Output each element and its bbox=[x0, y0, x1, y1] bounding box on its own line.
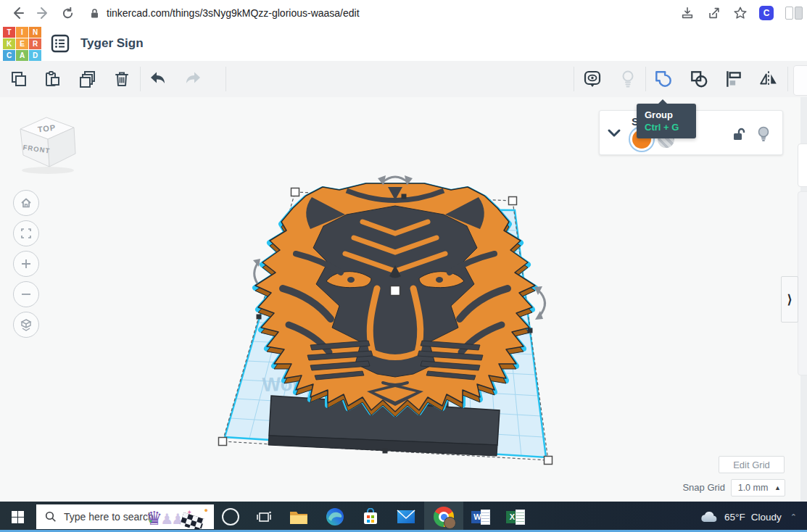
visibility-bulb-button[interactable] bbox=[615, 70, 641, 88]
zoom-in-button[interactable] bbox=[13, 251, 39, 277]
browser-toolbar: tinkercad.com/things/3sNyg9kMQzz-gloriou… bbox=[0, 0, 807, 27]
start-button[interactable] bbox=[0, 502, 35, 532]
app-header: T I N K E R C A D Tyger Sign bbox=[0, 26, 807, 62]
collapsed-panel-card bbox=[798, 191, 807, 375]
task-view-button[interactable] bbox=[247, 502, 281, 532]
logo-tile: N bbox=[29, 27, 41, 38]
toolbar-divider bbox=[645, 67, 646, 91]
toolbar-divider bbox=[140, 67, 141, 91]
home-view-button[interactable] bbox=[13, 190, 39, 216]
copy-button[interactable] bbox=[6, 70, 32, 88]
ungroup-button[interactable] bbox=[686, 70, 712, 88]
windows-taskbar: ● ♛♟♟ ✦● W X 65°F Cl bbox=[0, 502, 807, 532]
tiger-model[interactable] bbox=[255, 183, 535, 417]
hidden-icons-chevron[interactable]: ⌃ bbox=[790, 512, 797, 522]
edge-button[interactable] bbox=[317, 502, 353, 532]
back-icon[interactable] bbox=[6, 2, 30, 24]
delete-button[interactable] bbox=[109, 70, 135, 88]
cortana-button[interactable] bbox=[214, 502, 247, 532]
weather-condition: Cloudy bbox=[751, 512, 782, 523]
logo-tile: K bbox=[3, 38, 15, 49]
scene[interactable]: Workplane bbox=[0, 97, 807, 502]
chrome-button[interactable] bbox=[424, 502, 463, 532]
expand-panel-button[interactable]: ⟩ bbox=[781, 276, 798, 323]
scale-handle-top-right[interactable] bbox=[509, 197, 517, 205]
logo-tile: I bbox=[16, 27, 28, 38]
word-button[interactable]: W bbox=[463, 502, 498, 532]
url-text: tinkercad.com/things/3sNyg9kMQzz-gloriou… bbox=[107, 7, 360, 19]
3d-viewport[interactable]: Workplane bbox=[0, 97, 807, 502]
excel-button[interactable]: X bbox=[498, 502, 533, 532]
snap-grid-value: 1.0 mm bbox=[732, 483, 774, 493]
tooltip-shortcut: Ctrl + G bbox=[645, 121, 696, 133]
perspective-toggle-button[interactable] bbox=[13, 312, 39, 338]
dropdown-arrow-icon: ▲ bbox=[774, 484, 781, 491]
search-daily-graphic: ● ♛♟♟ ✦● bbox=[146, 504, 212, 529]
scale-handle-top-left[interactable] bbox=[291, 188, 299, 196]
unlock-icon[interactable] bbox=[732, 127, 746, 143]
edit-grid-button[interactable]: Edit Grid bbox=[719, 456, 785, 473]
logo-tile: A bbox=[16, 50, 28, 61]
download-icon[interactable] bbox=[680, 6, 695, 20]
collapse-chevron-icon[interactable] bbox=[607, 128, 621, 138]
address-bar[interactable]: tinkercad.com/things/3sNyg9kMQzz-gloriou… bbox=[90, 7, 680, 19]
file-explorer-button[interactable] bbox=[281, 502, 317, 532]
logo-tile: E bbox=[16, 38, 28, 49]
collapsed-panel-card bbox=[793, 65, 807, 96]
share-icon[interactable] bbox=[706, 6, 721, 20]
tinkercad-logo[interactable]: T I N K E R C A D bbox=[3, 27, 41, 61]
weather-temp: 65°F bbox=[724, 512, 745, 523]
zoom-out-button[interactable] bbox=[13, 281, 39, 307]
shape-visibility-bulb-icon[interactable] bbox=[756, 125, 771, 143]
microsoft-store-button[interactable] bbox=[353, 502, 388, 532]
chrome-profile-avatar bbox=[444, 517, 456, 529]
view-cube[interactable]: TOP FRONT bbox=[13, 110, 80, 175]
mirror-button[interactable] bbox=[756, 70, 782, 88]
toolbar-divider bbox=[574, 67, 574, 91]
forward-icon[interactable] bbox=[30, 2, 55, 24]
design-properties-icon[interactable] bbox=[50, 33, 70, 54]
redo-button[interactable] bbox=[180, 70, 206, 88]
group-tooltip: Group Ctrl + G bbox=[637, 104, 696, 138]
search-input[interactable] bbox=[62, 510, 160, 523]
scale-handle-bottom-left[interactable] bbox=[219, 438, 227, 446]
snap-grid-label: Snap Grid bbox=[658, 482, 725, 493]
logo-tile: D bbox=[29, 50, 41, 61]
extension-icon[interactable]: C bbox=[759, 6, 774, 20]
search-icon bbox=[45, 511, 57, 523]
editor-toolbar bbox=[0, 61, 807, 97]
logo-tile: T bbox=[3, 27, 15, 38]
toolbar-divider bbox=[787, 67, 788, 91]
logo-tile: C bbox=[3, 50, 15, 61]
mail-button[interactable] bbox=[388, 502, 424, 532]
taskbar-weather[interactable]: 65°F Cloudy ⌃ bbox=[700, 510, 797, 523]
reload-icon[interactable] bbox=[55, 2, 80, 24]
lock-icon bbox=[90, 8, 99, 19]
taskbar-search[interactable]: ● ♛♟♟ ✦● bbox=[36, 504, 214, 529]
bookmark-star-icon[interactable] bbox=[733, 6, 748, 20]
tooltip-title: Group bbox=[645, 109, 696, 121]
center-handle[interactable] bbox=[391, 286, 400, 296]
paste-button[interactable] bbox=[39, 70, 65, 88]
snap-grid-dropdown[interactable]: 1.0 mm ▲ bbox=[731, 479, 785, 496]
scale-handle-bottom-right[interactable] bbox=[545, 457, 553, 465]
collapsed-panel-card bbox=[798, 144, 807, 187]
show-all-button[interactable] bbox=[579, 70, 605, 88]
align-button[interactable] bbox=[721, 70, 747, 88]
cloud-icon bbox=[700, 510, 719, 523]
toolbar-divider bbox=[225, 67, 226, 91]
group-button[interactable] bbox=[650, 70, 676, 88]
undo-button[interactable] bbox=[145, 70, 171, 88]
logo-tile: R bbox=[29, 38, 41, 49]
duplicate-button[interactable] bbox=[74, 70, 100, 88]
fit-view-button[interactable] bbox=[13, 220, 39, 246]
side-panel-icon[interactable] bbox=[785, 7, 803, 20]
document-title[interactable]: Tyger Sign bbox=[80, 36, 144, 51]
